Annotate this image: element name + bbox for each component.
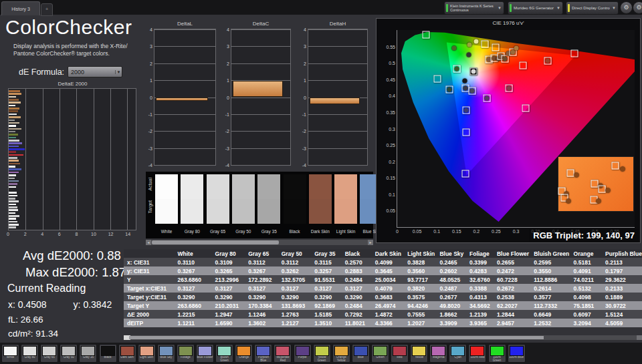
de-bar: [9, 120, 15, 122]
table-cell: 3.2094: [570, 319, 603, 327]
row-header: dEITP: [124, 319, 175, 327]
table-scrollbar[interactable]: [124, 335, 642, 340]
patch-button-dark-skin[interactable]: Dark Skin: [118, 344, 136, 363]
scrollbar-thumb[interactable]: [129, 336, 544, 339]
measurement-marker: [605, 188, 610, 193]
table-cell: 213.2996: [212, 275, 245, 284]
scroll-right-icon[interactable]: ►: [368, 240, 373, 245]
patch-button-cyan[interactable]: Cyan: [449, 344, 467, 363]
gear-icon[interactable]: ⚙: [620, 1, 633, 14]
patch-button-magenta[interactable]: Magenta: [429, 344, 447, 363]
patch-button-yellow-green[interactable]: Yellow Green: [313, 344, 331, 363]
deltae2000-x-axis: 02468101214: [8, 232, 136, 237]
target-marker: [571, 49, 578, 57]
table-cell: 0.2614: [530, 284, 570, 293]
gridline: [231, 63, 290, 64]
meter-connection-button[interactable]: Klein Instruments K SeriesContinuous ▼: [444, 1, 504, 15]
new-tab-button[interactable]: +: [41, 3, 53, 16]
patch-swatch: [23, 346, 37, 356]
scroll-left-icon[interactable]: ◄: [146, 240, 151, 245]
column-header: Orange: [570, 249, 603, 258]
patch-button-100-green[interactable]: 100% Green: [488, 344, 506, 363]
display-control-button[interactable]: Direct Display Control ▼: [566, 1, 619, 15]
patch-button-purplish-blue[interactable]: Purplish Blue: [254, 344, 272, 363]
table-cell: 0.3645: [372, 266, 404, 275]
de-bar: [9, 224, 19, 226]
measurement-marker: [546, 58, 550, 63]
patch-button-black[interactable]: Black: [99, 344, 117, 363]
actual-target-swatch-strip: ActualTargetWhiteGray 80Gray 65Gray 50Gr…: [146, 172, 373, 238]
patch-swatch: [81, 346, 95, 356]
table-row: ΔE 20001.22151.29471.12461.27631.51850.7…: [124, 310, 642, 319]
source-connection-button[interactable]: Murideo 6G Generator ▼: [508, 1, 563, 15]
page-title: ColorChecker: [5, 16, 132, 39]
patch-button-orange-yellow[interactable]: Orange Yellow: [332, 344, 350, 363]
scrollbar-thumb[interactable]: [152, 240, 279, 244]
table-row: Target Y263.6860210.2031170.3384131.8693…: [124, 301, 642, 310]
swatch-strip-scrollbar[interactable]: ◄ ►: [146, 240, 373, 245]
patch-button-blue-flower[interactable]: Blue Flower: [196, 344, 214, 363]
tab-history[interactable]: History 3: [1, 1, 40, 15]
table-cell: 0.2484: [342, 301, 372, 310]
patch-button-foliage[interactable]: Foliage: [177, 344, 195, 363]
patch-button-yellow[interactable]: Yellow: [410, 344, 428, 363]
patch-swatch: [315, 346, 329, 356]
mini-chart-title: DeltaL: [154, 21, 216, 27]
patch-button-100-blue[interactable]: 100% Blue: [508, 344, 526, 363]
patch-button-bluish-green[interactable]: Bluish Green: [215, 344, 233, 363]
table-cell: 0.3267: [175, 266, 212, 275]
patch-button-moderate-red[interactable]: Moderate Red: [274, 344, 292, 363]
y-tick-label: -4: [225, 163, 229, 168]
measurement-marker: [455, 66, 459, 71]
patch-button-red[interactable]: Red: [391, 344, 409, 363]
de-bar: [9, 183, 17, 185]
mini-chart-title: DeltaH: [308, 21, 368, 27]
patch-button-100-red[interactable]: 100% Red: [468, 344, 486, 363]
gear-icon[interactable]: ⚙: [633, 1, 642, 14]
cie-1976-panel: CIE 1976 u'v' 0.050.10.150.20.250.30.350…: [376, 18, 641, 243]
patch-button-orange[interactable]: Orange: [235, 344, 253, 363]
actual-swatch: [232, 174, 255, 199]
table-cell: 0.3290: [212, 293, 245, 301]
column-header: Black: [342, 249, 372, 258]
scroll-right-icon[interactable]: [637, 335, 642, 340]
de-bar: [9, 116, 21, 118]
column-header: Gray 35: [311, 249, 341, 258]
target-marker: [598, 186, 605, 193]
actual-swatch: [334, 174, 357, 199]
de-bar: [9, 226, 16, 228]
source-name: Murideo 6G Generator: [514, 6, 554, 11]
y-tick-label: 0.2: [389, 159, 395, 164]
patch-label: Purple: [294, 356, 311, 362]
de-bar: [9, 134, 18, 136]
row-header: Target Y: [124, 301, 175, 310]
display-status-indicator: [568, 4, 570, 12]
patch-button-gray-50[interactable]: Gray 50: [60, 344, 78, 363]
y-tick-label: 1: [227, 78, 229, 83]
patch-button-gray-35[interactable]: Gray 35: [79, 344, 97, 363]
patch-button-gray-80[interactable]: Gray 80: [21, 344, 39, 363]
gridline: [127, 89, 128, 230]
patch-button-blue-sky[interactable]: Blue Sky: [157, 344, 175, 363]
x-tick-label: 0: [7, 232, 9, 236]
measurement-marker: [597, 199, 601, 204]
gridline: [308, 80, 367, 81]
de-bar: [9, 125, 16, 127]
x-tick-label: 0.3: [513, 229, 520, 234]
patch-button-green[interactable]: Green: [371, 344, 389, 363]
patch-button-blue[interactable]: Blue: [352, 344, 370, 363]
gridline: [231, 98, 290, 98]
patch-button-light-skin[interactable]: Light Skin: [138, 344, 156, 363]
patch-swatch: [140, 346, 154, 356]
patch-swatch: [3, 346, 17, 356]
column-header: Blue Flower: [494, 249, 530, 258]
patch-button-gray-65[interactable]: Gray 65: [40, 344, 58, 363]
patch-button-purple[interactable]: Purple: [294, 344, 312, 363]
patch-swatch: [256, 346, 270, 356]
rgb-triplet-readout: RGB Triplet: 199, 140, 97: [529, 229, 639, 242]
table-cell: 1.8662: [436, 310, 466, 319]
patch-button-white[interactable]: White: [1, 344, 19, 363]
table-cell: 1.2532: [530, 319, 570, 327]
table-cell: 29.3622: [602, 275, 642, 284]
de-formula-dropdown[interactable]: 2000 ▼: [68, 66, 122, 77]
